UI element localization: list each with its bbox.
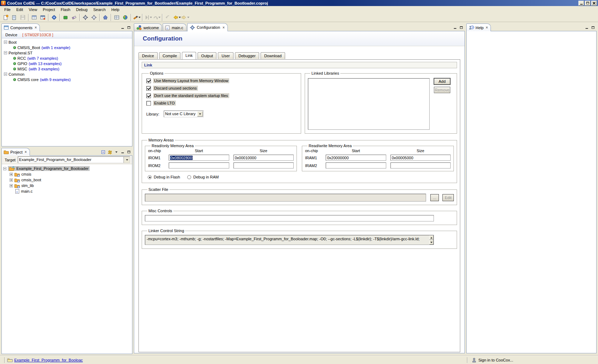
radio-unselected-icon[interactable] [187, 175, 191, 179]
save-button[interactable] [19, 14, 27, 21]
expand-icon[interactable] [10, 184, 13, 187]
link-with-editor-button[interactable] [107, 150, 112, 154]
irom2-size-field[interactable] [234, 162, 294, 168]
maximize-editor-button[interactable] [459, 26, 463, 30]
library-combobox[interactable]: Not use C Library [164, 111, 204, 117]
collapse-icon[interactable] [3, 167, 6, 170]
expand-icon[interactable] [10, 178, 13, 182]
erase-flash-button[interactable] [70, 14, 78, 21]
menu-help[interactable]: Help [109, 7, 122, 12]
menu-search[interactable]: Search [90, 7, 109, 12]
close-view-icon[interactable]: × [25, 150, 27, 154]
checkbox-checked-icon[interactable] [146, 79, 151, 83]
menu-file[interactable]: File [1, 7, 14, 12]
linker-control-field[interactable]: -mcpu=cortex-m3; -mthumb; -g; -nostartfi… [145, 235, 434, 245]
scatter-file-field[interactable] [145, 194, 426, 202]
menu-view[interactable]: View [26, 7, 40, 12]
minimize-view-button[interactable] [120, 26, 125, 30]
maximize-view-button[interactable] [591, 26, 595, 30]
new-project-button[interactable] [1, 14, 10, 21]
iram2-start-field[interactable] [326, 162, 386, 168]
remove-library-button[interactable]: Remove [434, 87, 450, 93]
close-view-icon[interactable]: × [486, 26, 488, 30]
status-project-link[interactable]: Example_First_Programm_for_Booloac [14, 358, 83, 362]
option-discard-unused[interactable]: Discard unused sections [146, 86, 301, 91]
rebuild-button[interactable] [38, 14, 47, 21]
maximize-button[interactable] [585, 1, 591, 6]
component-examples-link[interactable]: (with 1 example) [42, 46, 70, 50]
start-debug-button[interactable] [50, 14, 58, 21]
expand-icon[interactable] [10, 173, 13, 176]
menu-project[interactable]: Project [40, 7, 58, 12]
component-examples-link[interactable]: (with 9 examples) [40, 77, 70, 82]
library-dropdown-button[interactable] [197, 111, 203, 117]
checkbox-checked-icon[interactable] [146, 93, 151, 98]
open-file-button[interactable] [10, 14, 19, 21]
tab-main-c[interactable]: c main.c [163, 23, 186, 31]
tree-root-project[interactable]: C Example_First_Programm_for_Booloader [3, 166, 132, 171]
configuration-button[interactable] [81, 14, 90, 21]
dropdown-arrow-icon[interactable] [187, 17, 189, 18]
component-examples-link[interactable]: (with 7 examples) [27, 56, 58, 60]
tab-project[interactable]: Project × [1, 148, 30, 156]
tab-help[interactable]: ? Help × [466, 23, 491, 31]
linker-scrollbar[interactable] [429, 235, 434, 245]
tab-compile[interactable]: Compile [159, 52, 180, 59]
add-library-button[interactable]: Add [434, 78, 450, 85]
step-over-button[interactable] [152, 14, 161, 21]
iram1-start-field[interactable] [326, 155, 386, 161]
tree-group-common[interactable]: Common [4, 71, 132, 77]
scroll-down-button[interactable] [429, 240, 434, 245]
step-into-button[interactable] [144, 14, 152, 21]
component-examples-link[interactable]: (with 13 examples) [29, 61, 62, 66]
tree-file-main-c[interactable]: c main.c [3, 188, 132, 194]
iram2-size-field[interactable] [390, 162, 451, 168]
irom1-size-field[interactable] [234, 155, 294, 161]
download-flash-button[interactable] [61, 14, 70, 21]
tab-link[interactable]: Link [182, 52, 196, 59]
scatter-browse-button[interactable]: ... [430, 194, 439, 201]
tab-download[interactable]: Download [261, 52, 285, 59]
collapse-icon[interactable] [4, 51, 7, 54]
collapse-all-button[interactable] [101, 150, 105, 154]
tree-item-gpio[interactable]: GPIO(with 13 examples) [4, 61, 132, 66]
checkbox-checked-icon[interactable] [146, 86, 151, 91]
scroll-up-button[interactable] [429, 235, 434, 240]
close-button[interactable] [591, 1, 597, 6]
peripherals-button[interactable] [121, 14, 130, 21]
menu-flash[interactable]: Flash [58, 7, 73, 12]
tree-group-boot[interactable]: Boot [4, 39, 132, 45]
close-view-icon[interactable]: × [35, 26, 37, 30]
iram1-size-field[interactable] [390, 155, 451, 161]
dropdown-arrow-icon[interactable] [179, 17, 181, 18]
history-back-button[interactable] [164, 14, 172, 21]
selected-project-row[interactable]: C Example_First_Programm_for_Booloader [8, 166, 90, 171]
build-button[interactable] [30, 14, 38, 21]
collapse-icon[interactable] [4, 41, 7, 44]
navigate-forward-button[interactable] [181, 14, 189, 21]
tree-item-cmsis-boot[interactable]: CMSIS_Boot(with 1 example) [4, 45, 132, 50]
menu-debug[interactable]: Debug [73, 7, 90, 12]
view-menu-button[interactable] [114, 150, 118, 154]
repository-home-button[interactable] [101, 14, 110, 21]
irom1-start-field[interactable]: 0x08002800 [169, 155, 229, 161]
tree-folder-cmsis[interactable]: cmsis [3, 171, 132, 177]
option-enable-lto[interactable]: Enable LTO [146, 101, 301, 106]
dropdown-arrow-icon[interactable] [138, 17, 141, 18]
tab-welcome[interactable]: welcome [134, 23, 162, 31]
tree-item-rcc[interactable]: RCC(with 7 examples) [4, 55, 132, 61]
tab-user[interactable]: User [218, 52, 233, 59]
minimize-editor-button[interactable] [453, 26, 457, 30]
register-viewer-button[interactable] [112, 14, 121, 21]
linked-libraries-list[interactable] [308, 78, 430, 130]
dropdown-arrow-icon[interactable] [150, 17, 152, 18]
scatter-edit-button[interactable]: Edit [442, 194, 454, 201]
maximize-view-button[interactable] [127, 150, 131, 154]
tree-folder-stm-lib[interactable]: stm_lib [3, 183, 132, 188]
debug-in-flash-label[interactable]: Debug in Flash [154, 175, 180, 179]
radio-selected-icon[interactable] [148, 175, 152, 179]
tab-debugger[interactable]: Debugger [235, 52, 259, 59]
highlight-button[interactable] [132, 14, 141, 21]
option-no-standard-startup[interactable]: Don't use the standard system startup fi… [146, 93, 301, 98]
component-examples-link[interactable]: (with 3 examples) [29, 67, 59, 71]
